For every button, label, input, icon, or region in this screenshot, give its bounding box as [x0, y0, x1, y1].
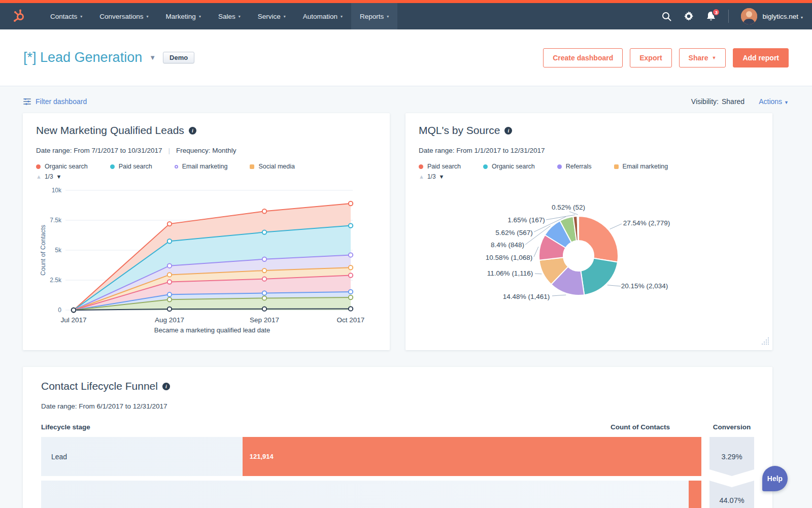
legend-marker — [175, 165, 178, 168]
legend-prev-icon[interactable]: ▲ — [36, 174, 42, 180]
account-name: biglytics.net▾ — [762, 13, 803, 20]
legend-marker — [36, 164, 41, 169]
nav-menu: Contacts▾Conversations▾Marketing▾Sales▾S… — [42, 3, 397, 29]
nav-item-sales[interactable]: Sales▾ — [210, 3, 249, 29]
dashboard-switcher-caret[interactable]: ▼ — [149, 54, 156, 61]
svg-text:Became a marketing qualified l: Became a marketing qualified lead date — [154, 326, 270, 334]
legend-marker — [557, 164, 562, 169]
funnel-row-lead: Lead121,9143.29% — [41, 437, 754, 476]
export-button[interactable]: Export — [630, 48, 671, 67]
legend-marker — [483, 164, 488, 169]
demo-badge: Demo — [163, 52, 194, 63]
legend-item-organic-search[interactable]: Organic search — [483, 163, 535, 170]
legend-item-social-media[interactable]: Social media — [250, 163, 295, 170]
nav-item-automation[interactable]: Automation▾ — [294, 3, 351, 29]
svg-text:5.62% (567): 5.62% (567) — [495, 229, 533, 236]
funnel-column-headers: Lifecycle stage Count of Contacts Conver… — [41, 423, 754, 431]
hubspot-logo-icon[interactable] — [12, 3, 27, 29]
nav-item-contacts[interactable]: Contacts▾ — [42, 3, 91, 29]
card-title: MQL's by Source i — [419, 124, 759, 137]
info-icon[interactable]: i — [504, 127, 512, 134]
svg-text:10.58% (1,068): 10.58% (1,068) — [486, 254, 532, 261]
help-button[interactable]: Help — [762, 466, 788, 491]
funnel-bar[interactable]: 121,914 — [243, 437, 701, 476]
notification-badge: 3 — [712, 8, 720, 16]
user-avatar — [741, 8, 757, 24]
create-dashboard-button[interactable]: Create dashboard — [543, 48, 623, 67]
funnel-row: 44.07% — [41, 481, 754, 508]
nav-item-conversations[interactable]: Conversations▾ — [91, 3, 157, 29]
date-range: Date range: From 6/1/2017 to 12/31/2017 — [41, 402, 754, 410]
funnel-band: Lead121,914 — [41, 437, 701, 476]
settings-gear-icon[interactable] — [684, 11, 694, 21]
legend-item-referrals[interactable]: Referrals — [557, 163, 592, 170]
legend-prev-icon[interactable]: ▲ — [419, 174, 424, 180]
area-chart: 02.5k5k7.5k10kJul 2017Aug 2017Sep 2017Oc… — [36, 181, 377, 336]
svg-text:7.5k: 7.5k — [50, 217, 62, 224]
legend-item-paid-search[interactable]: Paid search — [419, 163, 461, 170]
stage-label: Lead — [51, 453, 67, 461]
legend-pager: ▲ 1/3 ▼ — [419, 173, 759, 180]
legend-label: Organic search — [492, 163, 535, 170]
card-mql-by-source: MQL's by Source i Date range: From 1/1/2… — [405, 113, 772, 350]
legend-next-icon[interactable]: ▼ — [56, 174, 62, 180]
svg-text:20.15% (2,034): 20.15% (2,034) — [621, 282, 668, 290]
resize-handle[interactable] — [761, 337, 769, 347]
svg-text:1.65% (167): 1.65% (167) — [507, 216, 545, 224]
notifications-bell-icon[interactable]: 3 — [706, 11, 716, 21]
card-contact-lifecycle-funnel: Contact Lifecycle Funnel i Date range: F… — [23, 367, 772, 508]
card-title: Contact Lifecycle Funnel i — [41, 380, 754, 392]
svg-text:0: 0 — [58, 307, 61, 314]
info-icon[interactable]: i — [189, 127, 196, 134]
legend-pager: ▲ 1/3 ▼ — [36, 173, 377, 180]
legend-item-paid-search[interactable]: Paid search — [110, 163, 152, 170]
card-new-mql: New Marketing Qualified Leads i Date ran… — [23, 113, 390, 350]
svg-text:Aug 2017: Aug 2017 — [155, 316, 184, 324]
legend-item-email-marketing[interactable]: Email marketing — [175, 163, 228, 170]
legend-label: Social media — [258, 163, 295, 170]
svg-text:0.52% (52): 0.52% (52) — [552, 204, 585, 211]
conversion-cell: 3.29% — [709, 437, 754, 476]
legend-marker — [419, 164, 423, 169]
legend-next-icon[interactable]: ▼ — [439, 174, 445, 180]
svg-text:11.06% (1,116): 11.06% (1,116) — [487, 269, 533, 277]
funnel-rows: Lead121,9143.29%44.07% — [41, 437, 754, 508]
nav-item-reports[interactable]: Reports▾ — [351, 3, 397, 29]
nav-divider — [728, 10, 729, 23]
svg-text:Oct 2017: Oct 2017 — [337, 316, 365, 324]
legend-label: Paid search — [119, 163, 152, 170]
page-title: [*] Lead Generation — [23, 50, 142, 65]
actions-menu[interactable]: Actions▼ — [759, 97, 789, 106]
dashboard-header: [*] Lead Generation ▼ Demo Create dashbo… — [0, 29, 812, 86]
share-button[interactable]: Share▼ — [679, 48, 726, 67]
legend-item-email-marketing[interactable]: Email marketing — [614, 163, 668, 170]
nav-item-service[interactable]: Service▾ — [249, 3, 294, 29]
donut-chart: 27.54% (2,779)20.15% (2,034)14.48% (1,46… — [419, 181, 759, 328]
legend-label: Email marketing — [182, 163, 228, 170]
info-icon[interactable]: i — [162, 383, 170, 390]
account-menu[interactable]: biglytics.net▾ — [741, 8, 803, 24]
funnel-bar[interactable] — [689, 481, 701, 508]
search-icon[interactable] — [661, 11, 671, 21]
funnel-band — [41, 481, 701, 508]
nav-item-marketing[interactable]: Marketing▾ — [157, 3, 210, 29]
top-navbar: Contacts▾Conversations▾Marketing▾Sales▾S… — [0, 3, 812, 29]
legend-label: Email marketing — [623, 163, 668, 170]
legend-label: Paid search — [427, 163, 461, 170]
legend-item-organic-search[interactable]: Organic search — [36, 163, 88, 170]
svg-text:27.54% (2,779): 27.54% (2,779) — [623, 219, 670, 227]
svg-text:10k: 10k — [52, 187, 62, 194]
legend-label: Referrals — [566, 163, 592, 170]
date-range: Date range: From 7/1/2017 to 10/31/2017 … — [36, 147, 377, 154]
conversion-cell: 44.07% — [709, 481, 754, 508]
filter-dashboard-link[interactable]: Filter dashboard — [23, 97, 87, 106]
svg-text:Jul 2017: Jul 2017 — [60, 316, 86, 324]
chart-legend: Organic searchPaid searchEmail marketing… — [36, 163, 377, 170]
date-range: Date range: From 1/1/2017 to 12/31/2017 — [419, 147, 759, 154]
add-report-button[interactable]: Add report — [733, 48, 789, 67]
svg-text:8.4% (848): 8.4% (848) — [491, 241, 524, 249]
chart-legend: Paid searchOrganic searchReferralsEmail … — [419, 163, 759, 170]
legend-marker — [614, 164, 619, 169]
visibility-status: Visibility:Shared — [691, 97, 745, 106]
card-title: New Marketing Qualified Leads i — [36, 124, 377, 137]
